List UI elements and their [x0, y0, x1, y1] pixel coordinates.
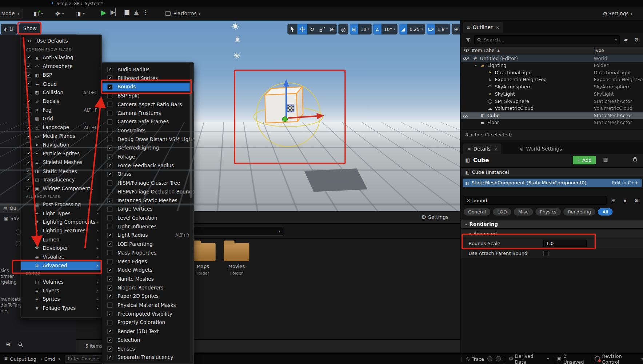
show-menu-visualize[interactable]: ◉Visualize› [21, 253, 101, 261]
tab-world-settings[interactable]: ⊕ World Settings [516, 143, 566, 154]
show-menu-lighting-features[interactable]: ✦Lighting Features› [21, 227, 101, 235]
flag-large-vertices[interactable]: Large Vertices [102, 205, 193, 213]
show-menu-layers[interactable]: ≣Layers› [21, 286, 101, 295]
close-icon[interactable]: × [496, 25, 499, 30]
outliner-row-cube[interactable]: ◧CubeStaticMeshActor [461, 112, 643, 119]
checkbox[interactable]: ✓ [26, 72, 31, 78]
section-rendering[interactable]: ▾ Rendering [461, 220, 643, 229]
show-flag-anti-aliasing[interactable]: ✓▲Anti-aliasing [21, 53, 101, 62]
eye-icon[interactable] [463, 56, 468, 62]
mode-dropdown[interactable]: Mode ▾ [0, 9, 23, 19]
show-flag-static-meshes[interactable]: ✓◨Static Meshes [21, 167, 101, 176]
flag-light-radius[interactable]: ✓Light RadiusALT+R [102, 231, 193, 240]
checkbox[interactable] [107, 215, 113, 221]
outliner-row-lighting[interactable]: ▾▰LightingFolder [461, 62, 643, 69]
flag-senses[interactable]: ✓Senses [102, 344, 193, 353]
world-coordinate-button[interactable]: ⊕ [327, 24, 337, 34]
play-button[interactable]: ▶ [101, 8, 107, 17]
content-settings-button[interactable]: ⚙ Settings [421, 214, 448, 220]
status-circle-icon[interactable] [496, 356, 501, 361]
checkbox[interactable]: ✓ [107, 67, 113, 72]
flag-separate-translucency[interactable]: ✓Separate Translucency [102, 353, 193, 362]
outliner-row-sm-skysphere[interactable]: ◯SM_SkySphereStaticMeshActor [461, 97, 643, 105]
show-flag-particle-sprites[interactable]: ✓✶Particle Sprites [21, 149, 101, 158]
flag-bounds[interactable]: ✓Bounds [102, 83, 193, 91]
favorites-icon[interactable]: ★ [620, 196, 630, 205]
search-icon[interactable] [18, 342, 23, 348]
cinematics-button[interactable]: ◨ ▾ [74, 9, 86, 19]
checkbox[interactable] [107, 189, 113, 195]
flag-level-coloration[interactable]: Level Coloration [102, 213, 193, 222]
surface-snap-button[interactable]: ◎ [338, 24, 348, 34]
folder-item-movies[interactable]: MoviesFolder [221, 241, 252, 276]
show-menu-volumes[interactable]: ◫Volumes› [21, 277, 101, 286]
flag-mode-widgets[interactable]: ✓Mode Widgets [102, 266, 193, 275]
checkbox[interactable] [107, 180, 113, 186]
flag-foliage[interactable]: ✓Foliage [102, 152, 193, 161]
checkbox[interactable]: ✓ [26, 125, 31, 130]
select-tool-button[interactable] [287, 24, 297, 34]
checkbox[interactable]: ✓ [107, 355, 113, 360]
flag-property-coloration[interactable]: Property Coloration [102, 318, 193, 327]
flag-niagara-renderers[interactable]: ✓Niagara Renderers [102, 283, 193, 292]
column-item-label[interactable]: Item Label [472, 48, 496, 53]
checkbox[interactable]: ✓ [107, 154, 113, 160]
outliner-row-exponentialheightfog[interactable]: ≋ExponentialHeightFogExponentialHeightFo… [461, 76, 643, 83]
outliner-row-skyatmosphere[interactable]: ◠SkyAtmosphereSkyAtmosphere [461, 83, 643, 91]
checkbox[interactable]: ✓ [107, 172, 113, 177]
checkbox[interactable]: ✓ [107, 329, 113, 334]
platforms-dropdown[interactable]: Platforms ▾ [163, 9, 202, 19]
checkbox[interactable]: ✓ [26, 133, 31, 139]
checkbox[interactable]: ✓ [26, 160, 31, 165]
checkbox[interactable] [26, 142, 31, 148]
flag-force-feedback-radius[interactable]: ✓Force Feedback Radius [102, 161, 193, 170]
show-menu-foliage-types[interactable]: ❀Foliage Types› [21, 304, 101, 312]
derived-data-button[interactable]: ⛁ Derived Data ▾ [509, 353, 549, 364]
settings-dropdown[interactable]: ⚙ Settings ▾ [601, 9, 634, 19]
zoom-to-fit-icon[interactable]: ⊕ [6, 341, 11, 348]
scale-tool-button[interactable] [317, 24, 327, 34]
outliner-search-input[interactable] [484, 37, 612, 43]
checkbox[interactable]: ✓ [26, 81, 31, 87]
flag-paper-2d-sprites[interactable]: ✓Paper 2D Sprites [102, 292, 193, 301]
filter-tab-physics[interactable]: Physics [535, 208, 561, 216]
flag-billboard-sprites[interactable]: ✓Billboard Sprites [102, 74, 193, 83]
checkbox[interactable] [107, 102, 113, 107]
filter-tab-rendering[interactable]: Rendering [563, 208, 595, 216]
outliner-search-box[interactable]: ▾ [474, 35, 620, 44]
checkbox[interactable]: ✓ [107, 84, 113, 90]
maximize-viewport-button[interactable]: ⊞ [451, 24, 460, 34]
blueprints-button[interactable]: ❖ ▾ [53, 9, 65, 19]
checkbox[interactable]: ✓ [26, 151, 31, 156]
checkbox[interactable] [107, 250, 113, 256]
checkbox[interactable]: ✓ [107, 311, 113, 317]
display-options-icon[interactable]: ⊞ [609, 196, 618, 205]
show-flag-collision[interactable]: ◩CollisionALT+C [21, 88, 101, 97]
play-options-button[interactable]: ⋮ [143, 9, 148, 15]
checkbox[interactable] [107, 119, 113, 125]
eye-icon[interactable] [464, 48, 470, 53]
checkbox[interactable]: ✓ [107, 198, 113, 203]
column-type-label[interactable]: Type [594, 48, 604, 53]
checkbox[interactable]: ✓ [107, 268, 113, 273]
edit-in-cpp-link[interactable]: Edit in C++ [612, 180, 639, 185]
status-circle-icon[interactable] [487, 356, 492, 361]
gear-icon[interactable]: ⚙ [632, 196, 641, 205]
checkbox[interactable]: ✓ [107, 294, 113, 299]
lock-icon[interactable] [633, 157, 637, 163]
flag-hism-foliage-cluster-tree[interactable]: HISM/Foliage Cluster Tree [102, 179, 193, 187]
flag-nanite-meshes[interactable]: ✓Nanite Meshes [102, 275, 193, 283]
subsection-advanced[interactable]: ▾ Advanced [461, 229, 643, 238]
grid-snap-control[interactable]: ⊞ 10 ▾ [350, 24, 372, 34]
flag-debug-draw-distant-vsm-lights[interactable]: Debug Draw Distant VSM Lights [102, 135, 193, 144]
checkbox[interactable] [26, 90, 31, 95]
revision-control-button[interactable]: Revision Control ▾ [595, 353, 643, 364]
outliner-row-skylight[interactable]: ☼SkyLightSkyLight [461, 91, 643, 98]
show-flag-navigation[interactable]: ➤Navigation [21, 141, 101, 149]
checkbox[interactable] [107, 320, 113, 325]
show-menu-lighting-components[interactable]: ❖Lighting Components› [21, 218, 101, 227]
show-flags-button[interactable]: Show [19, 23, 41, 34]
flag-precomputed-visibility[interactable]: ✓Precomputed Visibility [102, 309, 193, 318]
unsaved-button[interactable]: ▣ 2 Unsaved [557, 353, 587, 364]
show-flag-landscape[interactable]: ✓△LandscapeALT+L [21, 123, 101, 132]
